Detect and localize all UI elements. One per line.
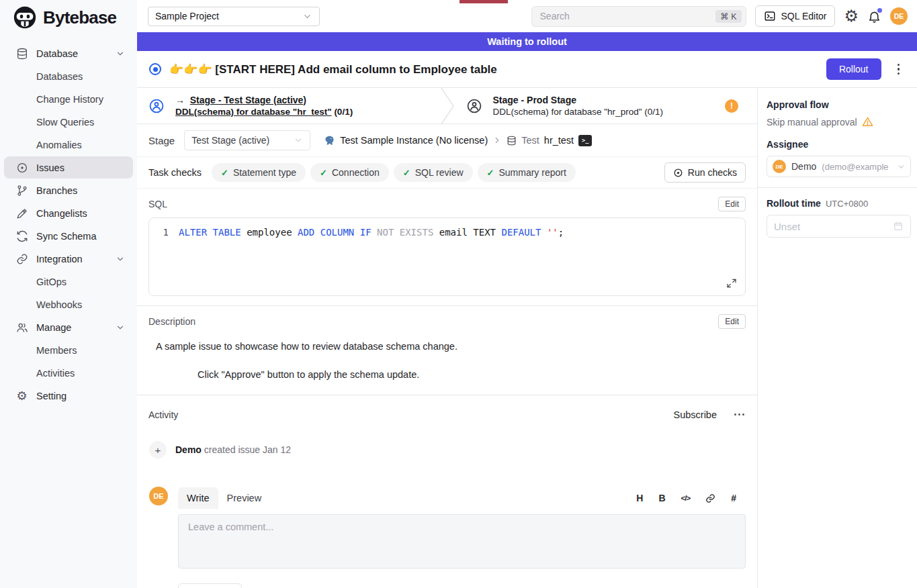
- sidebar-item-database[interactable]: Database: [4, 42, 133, 64]
- issue-icon: [15, 161, 28, 174]
- database-name[interactable]: hr_test: [544, 135, 574, 146]
- panel-divider: [758, 187, 917, 188]
- check-label: Summary report: [498, 167, 566, 178]
- comment-submit-button[interactable]: Comment: [178, 583, 242, 588]
- plus-icon: +: [149, 441, 167, 458]
- check-label: Connection: [332, 167, 380, 178]
- screen-artifact: [460, 0, 508, 3]
- arrow-icon: →: [175, 95, 185, 105]
- activity-item: + Demo created issue Jan 12: [149, 441, 746, 458]
- sql-code-editor[interactable]: 1 ALTER TABLE employee ADD COLUMN IF NOT…: [148, 217, 746, 296]
- check-icon: ✓: [487, 168, 494, 178]
- settings-button[interactable]: ⚙: [844, 8, 859, 24]
- notifications-button[interactable]: [867, 9, 881, 23]
- stage-card-text: Stage - Prod Stage DDL(schema) for datab…: [493, 95, 663, 117]
- sql-edit-button[interactable]: Edit: [718, 197, 746, 211]
- check-pill-summary-report[interactable]: ✓Summary report: [478, 163, 576, 182]
- stage-card-test[interactable]: → Stage - Test Stage (active) DDL(schema…: [137, 88, 440, 124]
- link-icon[interactable]: [705, 493, 715, 503]
- sidebar-item-label: Branches: [36, 185, 77, 196]
- sidebar-item-label: Slow Queries: [36, 117, 94, 128]
- gear-icon: ⚙: [15, 389, 28, 402]
- check-pill-sql-review[interactable]: ✓SQL review: [394, 163, 473, 182]
- assignee-name: Demo: [791, 161, 816, 172]
- sidebar-item-databases[interactable]: Databases: [4, 65, 133, 87]
- brand-logo[interactable]: Bytebase: [0, 0, 137, 35]
- code-icon[interactable]: </>: [681, 494, 691, 502]
- expand-icon[interactable]: [726, 278, 737, 289]
- rollout-time-input[interactable]: Unset: [767, 215, 911, 238]
- search-input[interactable]: Search ⌘ K: [531, 6, 746, 27]
- comment-input[interactable]: [178, 514, 746, 569]
- sidebar-item-change-history[interactable]: Change History: [4, 88, 133, 110]
- stage-card-prod[interactable]: Stage - Prod Stage DDL(schema) for datab…: [455, 88, 758, 124]
- warning-triangle-icon: [862, 116, 873, 128]
- description-edit-button[interactable]: Edit: [718, 314, 746, 329]
- stage-select-value: Test Stage (active): [191, 135, 269, 146]
- sidebar-item-webhooks[interactable]: Webhooks: [4, 293, 133, 315]
- sql-section-title: SQL: [148, 199, 167, 209]
- tab-write[interactable]: Write: [178, 487, 218, 509]
- sidebar-item-slow-queries[interactable]: Slow Queries: [4, 111, 133, 133]
- sidebar-item-label: Setting: [36, 391, 67, 401]
- line-number: 1: [149, 226, 179, 239]
- chevron-down-icon: [116, 323, 125, 332]
- sidebar-nav: Database Databases Change History Slow Q…: [0, 35, 137, 407]
- instance-name[interactable]: Test Sample Instance (No license): [340, 135, 488, 146]
- database-icon: [15, 47, 28, 60]
- assignee-avatar: DE: [773, 160, 786, 173]
- approval-flow-block: Approval flow Skip manual approval: [767, 99, 911, 128]
- sidebar-item-anomalies[interactable]: Anomalies: [4, 134, 133, 156]
- project-selector[interactable]: Sample Project: [148, 7, 320, 26]
- gear-icon: ⚙: [844, 8, 859, 24]
- issue-title: 👉👉👉 [START HERE] Add email column to Emp…: [169, 62, 497, 77]
- assignee-title: Assignee: [767, 139, 911, 150]
- tab-preview[interactable]: Preview: [218, 487, 271, 509]
- chevron-down-icon: [116, 49, 125, 58]
- link-icon: [15, 252, 28, 265]
- sidebar-item-members[interactable]: Members: [4, 339, 133, 361]
- stage-select[interactable]: Test Stage (active): [184, 130, 310, 150]
- sidebar-item-integration[interactable]: Integration: [4, 248, 133, 270]
- sidebar-item-setting[interactable]: ⚙ Setting: [4, 385, 133, 407]
- description-section: Description Edit A sample issue to showc…: [137, 306, 757, 395]
- sidebar-item-branches[interactable]: Branches: [4, 179, 133, 201]
- sidebar-item-activities[interactable]: Activities: [4, 362, 133, 384]
- stage-detail: DDL(schema) for database "hr_prod" (0/1): [493, 107, 663, 117]
- check-label: Statement type: [233, 167, 296, 178]
- users-icon: [15, 321, 28, 334]
- bytebase-logo-icon: [12, 5, 38, 30]
- hash-icon[interactable]: #: [731, 493, 736, 503]
- check-icon: ✓: [221, 168, 228, 178]
- rollout-button[interactable]: Rollout: [826, 58, 881, 80]
- assignee-select[interactable]: DE Demo (demo@example: [767, 156, 911, 177]
- check-pill-statement-type[interactable]: ✓Statement type: [212, 163, 306, 182]
- sidebar-item-label: GitOps: [36, 277, 67, 287]
- subscribe-button[interactable]: Subscribe: [674, 409, 717, 420]
- issue-menu-button[interactable]: [895, 61, 903, 78]
- heading-icon[interactable]: H: [636, 493, 643, 503]
- sql-editor-button[interactable]: SQL Editor: [755, 5, 836, 27]
- warning-circle-icon: !: [725, 99, 738, 113]
- assignee-email: (demo@example: [822, 162, 891, 172]
- sidebar-item-sync-schema[interactable]: Sync Schema: [4, 225, 133, 247]
- database-icon: [507, 136, 517, 146]
- status-banner: Waiting to rollout: [137, 32, 917, 51]
- description-line: Click "Approve" button to apply the sche…: [198, 369, 746, 380]
- main-column: Sample Project Search ⌘ K SQL Editor ⚙: [137, 0, 917, 588]
- stage-name: Stage - Prod Stage: [493, 95, 663, 105]
- brand-name: Bytebase: [43, 7, 116, 28]
- sidebar-item-gitops[interactable]: GitOps: [4, 271, 133, 293]
- user-avatar[interactable]: DE: [890, 7, 908, 25]
- bold-icon[interactable]: B: [658, 493, 665, 503]
- notification-dot: [877, 8, 882, 13]
- check-pill-connection[interactable]: ✓Connection: [310, 163, 389, 182]
- sql-statement: ALTER TABLE employee ADD COLUMN IF NOT E…: [179, 226, 564, 239]
- issue-status-icon: [149, 63, 161, 75]
- open-sql-editor-icon[interactable]: >_: [578, 135, 592, 146]
- sidebar-item-issues[interactable]: Issues: [4, 156, 133, 179]
- sidebar-item-changelists[interactable]: Changelists: [4, 202, 133, 224]
- run-checks-button[interactable]: Run checks: [664, 162, 746, 183]
- activity-menu-button[interactable]: [733, 411, 746, 418]
- sidebar-item-manage[interactable]: Manage: [4, 316, 133, 338]
